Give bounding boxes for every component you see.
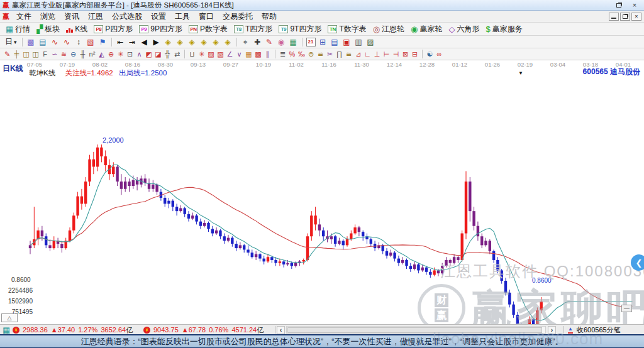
- menu-item-8[interactable]: 交易委托: [218, 11, 257, 23]
- mdi-restore-button[interactable]: [620, 13, 630, 21]
- market-hexagon-button[interactable]: ◇六角形: [445, 23, 482, 35]
- zoom-diamond-1-icon[interactable]: ◈: [162, 36, 174, 47]
- panel-toggle-button[interactable]: △: [1, 313, 18, 322]
- menu-item-7[interactable]: 窗口: [194, 11, 218, 23]
- draw-gold-icon[interactable]: ⊜: [306, 49, 316, 59]
- menu-item-4[interactable]: 公式选股: [108, 11, 147, 23]
- trend-small-icon[interactable]: ∿: [49, 36, 61, 47]
- market-9p-square-button[interactable]: P99P四方形: [136, 23, 186, 35]
- menu-item-5[interactable]: 设置: [147, 11, 170, 23]
- draw-fill-icon[interactable]: ▨: [206, 49, 216, 59]
- info-panel-icon[interactable]: ▤: [37, 36, 49, 47]
- next-bar-icon[interactable]: ▶: [150, 36, 162, 47]
- menu-item-2[interactable]: 资讯: [60, 11, 84, 23]
- draw-spiral-icon[interactable]: ∽: [50, 49, 59, 59]
- draw-corner-icon[interactable]: ∟: [363, 49, 372, 59]
- draw-tri-icon[interactable]: ⊿: [353, 49, 363, 59]
- print-icon[interactable]: ▥: [353, 36, 365, 47]
- menu-item-6[interactable]: 工具: [170, 11, 194, 23]
- save-icon[interactable]: ▣: [341, 36, 353, 47]
- calendar-icon[interactable]: 21: [305, 36, 317, 47]
- market-p-square-button[interactable]: P8P四方形: [91, 23, 136, 35]
- market-t-number-table-button[interactable]: TNT数字表: [325, 23, 369, 35]
- draw-rays-icon[interactable]: ✳: [197, 49, 206, 59]
- market-p-number-table-button[interactable]: PNP数字表: [186, 23, 231, 35]
- sidebar-expand-button[interactable]: ❮: [631, 254, 644, 271]
- draw-target-icon[interactable]: ⊕: [106, 49, 116, 59]
- draw-net-icon[interactable]: ╬: [163, 49, 172, 59]
- draw-grid-icon[interactable]: ╪: [12, 49, 21, 59]
- market-gann-wheel-button[interactable]: ◎江恩轮: [370, 23, 408, 35]
- calculator-icon[interactable]: ⊞: [317, 36, 329, 47]
- draw-right-icon[interactable]: ⊣: [391, 49, 401, 59]
- scroll-left-button[interactable]: ‹: [277, 325, 285, 334]
- menu-item-9[interactable]: 帮助: [257, 11, 281, 23]
- draw-lines-icon[interactable]: ≣: [278, 49, 287, 59]
- menu-item-1[interactable]: 浏览: [36, 11, 60, 23]
- notes-icon[interactable]: ▤: [329, 36, 341, 47]
- draw-lamp-icon[interactable]: ◫: [21, 49, 31, 59]
- export-icon[interactable]: ▨: [365, 36, 377, 47]
- zoom-diamond-2-icon[interactable]: ◈: [174, 36, 186, 47]
- draw-n2-icon[interactable]: n²: [87, 49, 97, 59]
- infinity-icon[interactable]: ∞: [435, 49, 444, 59]
- draw-perp-icon[interactable]: ⊥: [372, 49, 382, 59]
- draw-cut-icon[interactable]: ✂: [325, 49, 335, 59]
- market-sectors-button[interactable]: ▞板块: [33, 23, 63, 35]
- mdi-close-button[interactable]: ×: [631, 13, 641, 21]
- market-9t-square-button[interactable]: T99T四方形: [275, 23, 325, 35]
- zoom-diamond-4-icon[interactable]: ◈: [198, 36, 210, 47]
- draw-box-icon[interactable]: ⊔: [187, 49, 197, 59]
- mark-pen-icon[interactable]: ✎: [264, 36, 275, 47]
- zoom-diamond-6-icon[interactable]: ◈: [222, 36, 234, 47]
- draw-lamp3-icon[interactable]: ◩: [144, 49, 153, 59]
- draw-f-icon[interactable]: F: [40, 49, 50, 59]
- draw-fill2-icon[interactable]: ▧: [216, 49, 225, 59]
- draw-valley-icon[interactable]: ∨: [235, 49, 244, 59]
- draw-peak-icon[interactable]: ∧: [135, 49, 144, 59]
- mdi-minimize-button[interactable]: [609, 13, 619, 21]
- volume-collapse-button[interactable]: —: [621, 305, 632, 312]
- market-kline-button[interactable]: K线: [63, 23, 91, 35]
- draw-star-icon[interactable]: ✳: [116, 49, 125, 59]
- zoom-diamond-5-icon[interactable]: ◈: [210, 36, 222, 47]
- market-quotes-button[interactable]: ▦行情: [3, 23, 33, 35]
- draw-photo-icon[interactable]: ⊡: [125, 49, 135, 59]
- piggy-icon[interactable]: ◉: [275, 36, 287, 47]
- draw-gold2-icon[interactable]: ≌: [316, 49, 325, 59]
- draw-left-icon[interactable]: ⊢: [382, 49, 391, 59]
- market-winner-wheel-button[interactable]: ◉赢家轮: [408, 23, 445, 35]
- draw-hash-icon[interactable]: ╫: [78, 49, 87, 59]
- chart-style-icon[interactable]: ▩: [25, 36, 37, 47]
- restore-button[interactable]: [612, 1, 626, 9]
- draw-pen-icon[interactable]: ✎: [3, 49, 12, 59]
- draw-circle-icon[interactable]: ⊖: [69, 49, 78, 59]
- hand-tool-icon[interactable]: ⌖: [240, 36, 252, 47]
- draw-boxm-icon[interactable]: ⊟: [410, 49, 419, 59]
- draw-percent-icon[interactable]: %: [287, 49, 297, 59]
- first-page-icon[interactable]: ⇤: [114, 36, 126, 47]
- period-selector[interactable]: 日▾: [3, 36, 19, 48]
- menu-item-3[interactable]: 江恩: [84, 11, 108, 23]
- draw-lamp2-icon[interactable]: ◫: [31, 49, 40, 59]
- draw-boxx-icon[interactable]: ⊠: [401, 49, 410, 59]
- draw-angle2-icon[interactable]: ∠: [225, 49, 235, 59]
- last-page-icon[interactable]: ⇥: [126, 36, 138, 47]
- draw-permille-icon[interactable]: ‰: [297, 49, 306, 59]
- draw-parallel-icon[interactable]: ∥: [263, 49, 272, 59]
- flag-icon[interactable]: ⚑: [97, 36, 109, 47]
- draw-grid3-icon[interactable]: ▩: [253, 49, 263, 59]
- draw-lamp4-icon[interactable]: ◪: [153, 49, 163, 59]
- prev-bar-icon[interactable]: ◀: [138, 36, 150, 47]
- market-t-square-button[interactable]: T8T四方形: [231, 23, 275, 35]
- draw-gate-icon[interactable]: ∏: [335, 49, 344, 59]
- crosshair-icon[interactable]: ✚: [252, 36, 264, 47]
- draw-angle-icon[interactable]: ◭: [97, 49, 106, 59]
- menu-item-0[interactable]: 文件: [12, 11, 36, 23]
- draw-approx-icon[interactable]: ≅: [344, 49, 353, 59]
- card-icon[interactable]: ▦: [287, 36, 299, 47]
- yinyang-icon[interactable]: ☯: [425, 49, 435, 59]
- close-button[interactable]: ×: [628, 1, 641, 9]
- trend-small2-icon[interactable]: ∿: [61, 36, 73, 47]
- draw-span-icon[interactable]: ⇄: [172, 49, 182, 59]
